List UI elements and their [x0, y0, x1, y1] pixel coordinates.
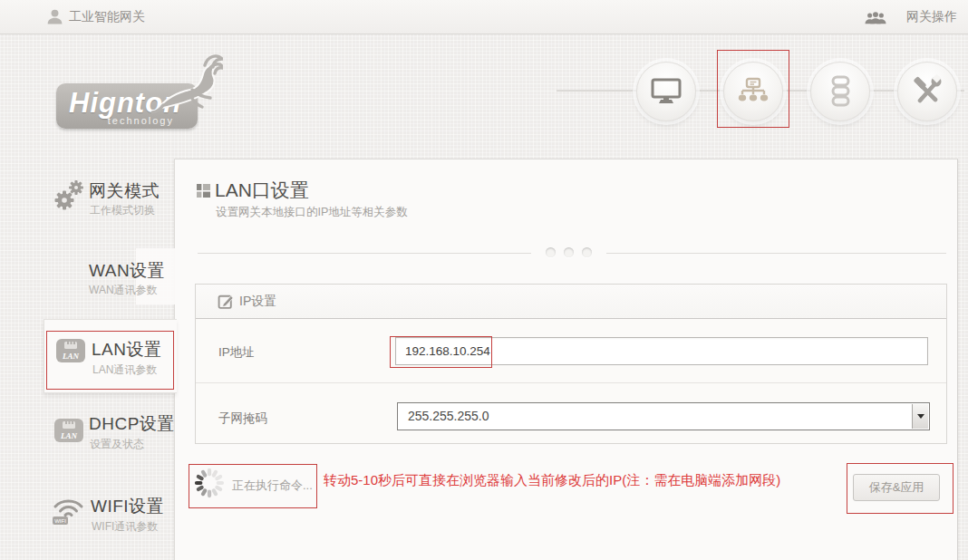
- sidebar-item-wan-subtitle: WAN通讯参数: [89, 283, 158, 298]
- svg-text:LAN: LAN: [60, 431, 78, 440]
- sidebar-item-wifi-subtitle: WIFI通讯参数: [92, 519, 158, 535]
- svg-text:WIFI: WIFI: [54, 518, 66, 524]
- subnet-mask-select[interactable]: 255.255.255.0: [397, 402, 930, 430]
- nav-monitor-button[interactable]: [636, 62, 696, 121]
- carousel-dot-3[interactable]: [582, 247, 592, 257]
- lan-port-icon: LAN: [55, 336, 86, 364]
- nav-network-button[interactable]: [723, 62, 783, 121]
- sidebar-item-dhcp[interactable]: DHCP设置: [89, 412, 175, 436]
- ip-settings-panel: IP设置 IP地址 子网掩码 255.255.255.0: [195, 284, 947, 444]
- antelope-logo-icon: [150, 51, 223, 123]
- network-topology-icon: [736, 77, 770, 106]
- header-divider-right: [606, 253, 946, 254]
- svg-text:LAN: LAN: [62, 352, 80, 361]
- save-apply-button[interactable]: 保存&应用: [853, 474, 940, 501]
- page-title: LAN口设置: [215, 178, 309, 203]
- loading-spinner-icon: [192, 466, 227, 500]
- user-icon: [45, 7, 64, 26]
- panel-title: IP设置: [239, 294, 276, 310]
- sidebar-item-gateway-mode-subtitle: 工作模式切换: [90, 203, 155, 218]
- page-subtitle: 设置网关本地接口的IP地址等相关参数: [216, 205, 408, 220]
- ip-address-input[interactable]: [395, 337, 928, 365]
- ip-settings-panel-header: IP设置: [196, 285, 946, 319]
- sidebar-item-wan[interactable]: WAN设置: [89, 259, 165, 283]
- row-divider: [196, 382, 946, 383]
- select-dropdown-button[interactable]: [912, 404, 928, 429]
- subnet-mask-value: 255.255.255.0: [408, 409, 489, 423]
- sidebar-item-dhcp-subtitle: 设置及状态: [90, 437, 144, 452]
- ip-address-label: IP地址: [218, 344, 255, 361]
- executing-command-status: 正在执行命令...: [232, 478, 313, 494]
- app-title: 工业智能网关: [69, 9, 145, 25]
- tools-icon: [910, 74, 944, 109]
- carousel-dot-1[interactable]: [546, 247, 556, 257]
- monitor-icon: [649, 76, 683, 107]
- header-divider-left: [198, 253, 531, 254]
- chevron-down-icon: [917, 414, 924, 419]
- sidebar-item-lan-subtitle: LAN通讯参数: [92, 362, 157, 378]
- gateway-actions-link[interactable]: 网关操作: [906, 9, 957, 25]
- wifi-icon: WIFI: [52, 495, 85, 526]
- sidebar-item-gateway-mode[interactable]: 网关模式: [89, 179, 160, 203]
- gateway-config-page: 工业智能网关 网关操作 Hignton technology: [0, 0, 968, 560]
- ip-change-hint: 转动5-10秒后可直接在浏览器输入当前修改后的IP(注：需在电脑端添加网段): [324, 472, 780, 489]
- gears-icon: [53, 179, 85, 213]
- nav-database-button[interactable]: [810, 62, 870, 121]
- top-bar: 工业智能网关 网关操作: [0, 0, 968, 34]
- page-title-blocks-icon: [197, 184, 210, 198]
- group-icon: [865, 10, 886, 25]
- nav-tools-button[interactable]: [897, 62, 957, 121]
- subnet-mask-label: 子网掩码: [218, 410, 267, 427]
- lan-port-icon: LAN: [53, 416, 84, 444]
- carousel-dot-2[interactable]: [564, 247, 574, 257]
- database-icon: [824, 74, 857, 109]
- sidebar-item-wifi[interactable]: WIFI设置: [91, 495, 164, 518]
- edit-icon: [218, 293, 235, 310]
- sidebar-item-lan[interactable]: LAN设置: [92, 338, 161, 362]
